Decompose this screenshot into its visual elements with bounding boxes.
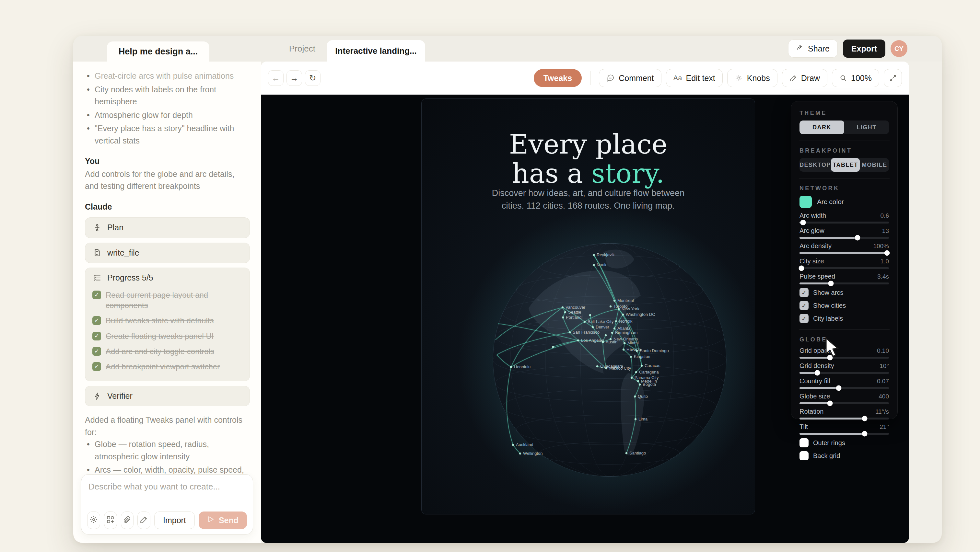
verifier-card[interactable]: Verifier (85, 386, 250, 406)
slider-thumb[interactable] (827, 401, 832, 406)
avatar[interactable]: CY (891, 40, 907, 57)
zoom-control[interactable]: 100% (832, 69, 879, 87)
checkbox[interactable]: ✓ (800, 314, 808, 323)
slider-row: Grid density10° (800, 362, 889, 374)
checkbox-row[interactable]: ✓Show cities (800, 301, 889, 310)
checkbox-row[interactable]: Outer rings (800, 438, 889, 447)
tweaks-panel[interactable]: THEME DARKLIGHT BREAKPOINT DESKTOPTABLET… (791, 101, 898, 419)
attach-button[interactable] (121, 511, 134, 529)
segment-option[interactable]: TABLET (831, 158, 860, 172)
slider-header: Arc width0.6 (800, 212, 889, 219)
artboard[interactable]: ReykjavikNuukMontrealTorontoNew YorkWash… (421, 98, 755, 514)
slider-track[interactable] (800, 282, 889, 284)
slider-thumb[interactable] (799, 266, 804, 271)
progress-item-label: Add breakpoint viewport switcher (106, 362, 220, 372)
list-item: "Every place has a story" headline with … (85, 122, 250, 147)
composer-input[interactable]: Describe what you want to create... (89, 482, 246, 492)
segment-option[interactable]: DARK (800, 121, 844, 134)
city-label: Seattle (568, 310, 581, 314)
progress-item: ✓Build tweaks state with defaults (92, 316, 242, 326)
checkbox[interactable]: ✓ (800, 301, 808, 310)
fullscreen-button[interactable] (884, 69, 902, 87)
write-file-card[interactable]: write_file (85, 243, 250, 263)
slider-thumb[interactable] (885, 251, 890, 256)
draw-attach-button[interactable] (137, 511, 150, 529)
segment-option[interactable]: DESKTOP (800, 158, 831, 172)
slider-track[interactable] (800, 433, 889, 435)
globe-sliders: Grid opacity0.10Grid density10°Country f… (800, 347, 889, 435)
send-label: Send (219, 516, 239, 525)
city-label: Reykjavik (597, 252, 615, 257)
slider-thumb[interactable] (862, 431, 867, 437)
slider-thumb[interactable] (836, 385, 842, 391)
chat-transcript[interactable]: Great-circle arcs with pulse animationsC… (73, 62, 261, 505)
checkbox[interactable] (800, 438, 808, 447)
slider-thumb[interactable] (855, 235, 861, 241)
share-button[interactable]: Share (788, 40, 838, 58)
city-label: Montreal (617, 298, 634, 303)
components-button[interactable] (104, 511, 117, 529)
draw-button[interactable]: Draw (782, 69, 827, 87)
arc-color-swatch[interactable] (800, 196, 812, 208)
tab-file-active[interactable]: Interactive landing... (327, 40, 425, 62)
export-button[interactable]: Export (843, 40, 885, 58)
slider-track[interactable] (800, 387, 889, 389)
slider-track[interactable] (800, 252, 889, 254)
slider-thumb[interactable] (828, 281, 834, 286)
list-item: Great-circle arcs with pulse animations (85, 70, 250, 82)
composer[interactable]: Describe what you want to create... (81, 474, 253, 535)
tweaks-button[interactable]: Tweaks (534, 69, 582, 87)
back-button[interactable]: ← (268, 70, 283, 86)
city-label: San Francisco (573, 330, 600, 335)
segment-option[interactable]: MOBILE (860, 158, 889, 172)
send-button[interactable]: Send (199, 511, 247, 529)
slider-thumb[interactable] (800, 220, 806, 225)
progress-item-label: Create floating tweaks panel UI (106, 331, 214, 341)
tab-project[interactable]: Project (283, 36, 321, 62)
knobs-button[interactable]: Knobs (727, 69, 778, 87)
edit-text-button[interactable]: Aa Edit text (666, 69, 723, 87)
plan-card[interactable]: Plan (85, 217, 250, 238)
slider-track[interactable] (800, 372, 889, 374)
checkbox-label: City labels (813, 315, 843, 322)
slider-track[interactable] (800, 402, 889, 404)
reload-button[interactable]: ↻ (305, 70, 320, 86)
chat-tab[interactable]: Help me design a... (107, 41, 209, 62)
plan-icon (92, 223, 102, 233)
settings-button[interactable] (87, 511, 100, 529)
slider-thumb[interactable] (827, 355, 832, 360)
city-label: Austin (606, 339, 617, 344)
list-item: Atmospheric glow for depth (85, 109, 250, 122)
city-label: Cartagena (639, 370, 659, 374)
segment-option[interactable]: LIGHT (844, 121, 889, 134)
city-dot (562, 317, 564, 319)
slider-thumb[interactable] (862, 416, 867, 422)
slider-fill (800, 417, 865, 419)
slider-track[interactable] (800, 267, 889, 269)
comment-button[interactable]: Comment (599, 69, 661, 87)
slider-row: Tilt21° (800, 423, 889, 435)
import-button[interactable]: Import (154, 511, 195, 529)
city-dot (564, 311, 566, 313)
file-icon (92, 248, 102, 257)
slider-header: Grid opacity0.10 (800, 347, 889, 354)
slider-fill (800, 282, 831, 284)
checkbox-row[interactable]: ✓Show arcs (800, 288, 889, 297)
progress-card[interactable]: Progress 5/5 ✓Read current page layout a… (85, 268, 250, 381)
panel-divider (799, 141, 889, 141)
slider-thumb[interactable] (815, 370, 820, 376)
slider-track[interactable] (800, 222, 889, 224)
slider-row: Country fill0.07 (800, 378, 889, 389)
slider-track[interactable] (800, 237, 889, 239)
forward-button[interactable]: → (286, 70, 302, 86)
slider-row: Rotation11°/s (800, 408, 889, 419)
checkbox-row[interactable]: Back grid (800, 451, 889, 460)
components-icon (106, 516, 115, 525)
share-icon (796, 44, 804, 54)
checkbox[interactable] (800, 451, 808, 460)
slider-track[interactable] (800, 417, 889, 419)
checkbox[interactable]: ✓ (800, 288, 808, 297)
arc-color-row[interactable]: Arc color (800, 196, 889, 208)
slider-track[interactable] (800, 357, 889, 358)
checkbox-row[interactable]: ✓City labels (800, 314, 889, 323)
